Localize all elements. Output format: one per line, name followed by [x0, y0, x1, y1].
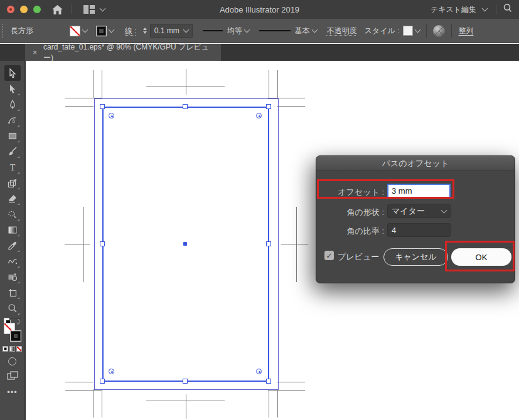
arrange-documents-icon[interactable]	[83, 5, 95, 14]
selection-handle[interactable]	[266, 241, 271, 246]
stroke-width-value: 0.1 mm	[154, 26, 179, 35]
fill-color-swatch[interactable]	[70, 26, 80, 36]
preview-checkbox[interactable]: ✓	[324, 251, 334, 260]
width-profile-dropdown[interactable]: 均等	[203, 26, 249, 36]
pen-tool[interactable]	[4, 97, 21, 112]
chevron-down-icon[interactable]	[183, 27, 189, 33]
trim-mark	[65, 382, 94, 382]
trim-mark	[102, 389, 102, 417]
selection-handle[interactable]	[183, 104, 188, 109]
center-mark	[186, 69, 186, 95]
curvature-tool[interactable]	[4, 112, 21, 128]
selection-handle[interactable]	[100, 241, 105, 246]
artboard-tool[interactable]	[4, 285, 21, 300]
close-window-button[interactable]	[7, 6, 14, 13]
chevron-down-icon	[311, 27, 318, 33]
selection-handle[interactable]	[266, 104, 271, 109]
document-tab-title: card_tate_01.eps* @ 90% (CMYK/GPU プレビュー)	[43, 42, 213, 63]
center-mark	[186, 394, 186, 419]
preview-label: プレビュー	[338, 251, 379, 263]
shape-builder-tool[interactable]	[4, 269, 21, 285]
chevron-down-icon[interactable]	[482, 6, 488, 12]
style-dropdown[interactable]	[403, 26, 420, 36]
corner-shape-label: 角の形状 :	[316, 207, 384, 218]
swap-fill-stroke-icon[interactable]: ⤸	[17, 318, 20, 325]
brush-label: 基本	[295, 26, 310, 36]
stroke-panel-link[interactable]: 線 :	[125, 26, 137, 36]
color-button[interactable]	[3, 346, 8, 352]
align-link[interactable]: 整列	[458, 26, 473, 36]
type-tool[interactable]: T	[4, 159, 21, 175]
zoom-window-button[interactable]	[33, 6, 41, 13]
titlebar-divider	[496, 4, 496, 14]
width-profile-label: 均等	[227, 26, 242, 36]
tools-panel: T ⤸	[0, 61, 26, 420]
opacity-link[interactable]: 不透明度	[327, 26, 357, 36]
illustrator-window: Adobe Illustrator 2019 テキスト編集 長方形 線 : 0.…	[0, 0, 519, 420]
panel-grabber[interactable]	[1, 23, 4, 38]
width-profile-preview	[203, 30, 223, 31]
none-button[interactable]	[16, 346, 22, 352]
stroke-width-stepper[interactable]	[143, 28, 147, 34]
trim-mark	[93, 70, 94, 98]
rectangle-tool[interactable]	[4, 128, 21, 144]
stroke-swatch[interactable]	[10, 330, 21, 342]
document-tab-bar: × card_tate_01.eps* @ 90% (CMYK/GPU プレビュ…	[0, 44, 519, 61]
titlebar-divider	[72, 4, 72, 14]
chevron-down-icon[interactable]	[109, 27, 115, 33]
search-icon[interactable]	[503, 3, 513, 16]
selection-handle[interactable]	[100, 379, 105, 384]
free-transform-tool[interactable]	[4, 175, 21, 191]
shaper-tool[interactable]	[4, 253, 21, 269]
selection-handle[interactable]	[183, 379, 188, 384]
color-mode-row	[3, 346, 22, 352]
home-icon[interactable]	[52, 5, 63, 14]
center-mark	[146, 87, 225, 87]
draw-mode-icon[interactable]	[8, 357, 16, 365]
lasso-tool[interactable]	[4, 206, 21, 222]
brush-preview	[259, 30, 291, 31]
cancel-button[interactable]: キャンセル	[383, 248, 448, 266]
miter-limit-input[interactable]	[387, 223, 451, 237]
selection-handle[interactable]	[266, 379, 271, 384]
corner-widget[interactable]	[256, 113, 262, 118]
trim-mark	[93, 389, 94, 417]
eyedropper-tool[interactable]	[4, 238, 21, 253]
corner-widget[interactable]	[109, 369, 114, 374]
stroke-width-field[interactable]: 0.1 mm	[150, 24, 193, 38]
gradient-button[interactable]	[9, 346, 15, 352]
brush-dropdown[interactable]: 基本	[259, 26, 317, 36]
selection-tool[interactable]	[4, 65, 21, 81]
fill-stroke-control[interactable]: ⤸	[4, 323, 21, 342]
corner-widget[interactable]	[109, 113, 114, 118]
trim-mark	[277, 106, 305, 107]
object-center-point[interactable]	[183, 242, 187, 246]
direct-selection-tool[interactable]	[4, 81, 21, 97]
gradient-tool[interactable]	[4, 222, 21, 238]
chevron-down-icon	[415, 27, 421, 33]
selection-handle[interactable]	[100, 104, 105, 109]
document-tab[interactable]: × card_tate_01.eps* @ 90% (CMYK/GPU プレビュ…	[25, 44, 221, 61]
corner-widget[interactable]	[256, 369, 262, 374]
control-bar-divider	[426, 24, 427, 38]
dialog-title[interactable]: パスのオフセット	[316, 156, 515, 171]
center-mark	[296, 207, 297, 282]
recolor-artwork-icon[interactable]	[433, 25, 445, 37]
eraser-tool[interactable]	[4, 191, 21, 206]
corner-shape-select[interactable]: マイター	[387, 204, 451, 218]
trim-mark	[277, 389, 278, 417]
workspace-switcher[interactable]: テキスト編集	[431, 4, 476, 15]
chevron-down-icon[interactable]	[100, 6, 106, 12]
trim-mark	[268, 390, 305, 391]
close-tab-icon[interactable]: ×	[33, 48, 37, 57]
minimize-window-button[interactable]	[20, 6, 28, 13]
zoom-tool[interactable]	[4, 300, 21, 316]
stroke-color-swatch[interactable]	[96, 26, 107, 36]
edit-toolbar-button[interactable]: •••	[7, 387, 18, 397]
style-swatch	[403, 26, 413, 36]
chevron-down-icon[interactable]	[82, 27, 88, 33]
annotation-offset-highlight	[317, 179, 454, 199]
paintbrush-tool[interactable]	[4, 144, 21, 159]
artboard-canvas[interactable]: パスのオフセット オフセット : 角の形状 : マイター 角の比率 : ✓ プレ…	[26, 61, 519, 420]
screen-mode-icon[interactable]	[7, 371, 18, 382]
